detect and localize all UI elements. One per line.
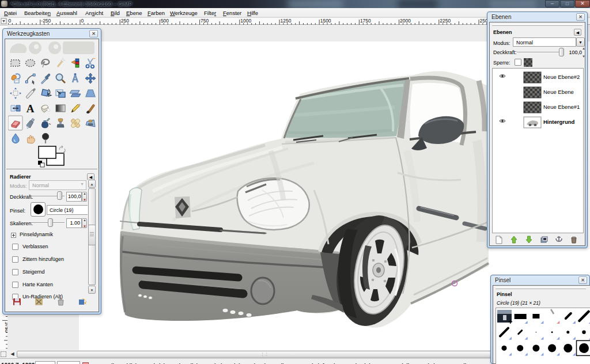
svg-text:2000: 2000	[400, 18, 411, 24]
svg-text:1500: 1500	[320, 18, 331, 24]
svg-text:2250: 2250	[440, 18, 451, 24]
svg-text:0: 0	[81, 18, 84, 24]
svg-text:500: 500	[161, 18, 169, 24]
svg-text:250: 250	[121, 18, 129, 24]
svg-text:1250: 1250	[281, 18, 292, 24]
svg-text:1000: 1000	[240, 18, 251, 24]
svg-text:A: A	[27, 103, 35, 115]
svg-text:1750: 1750	[360, 18, 371, 24]
svg-text:750: 750	[201, 18, 209, 24]
svg-text:-250: -250	[41, 18, 51, 24]
svg-text:+: +	[508, 317, 513, 326]
